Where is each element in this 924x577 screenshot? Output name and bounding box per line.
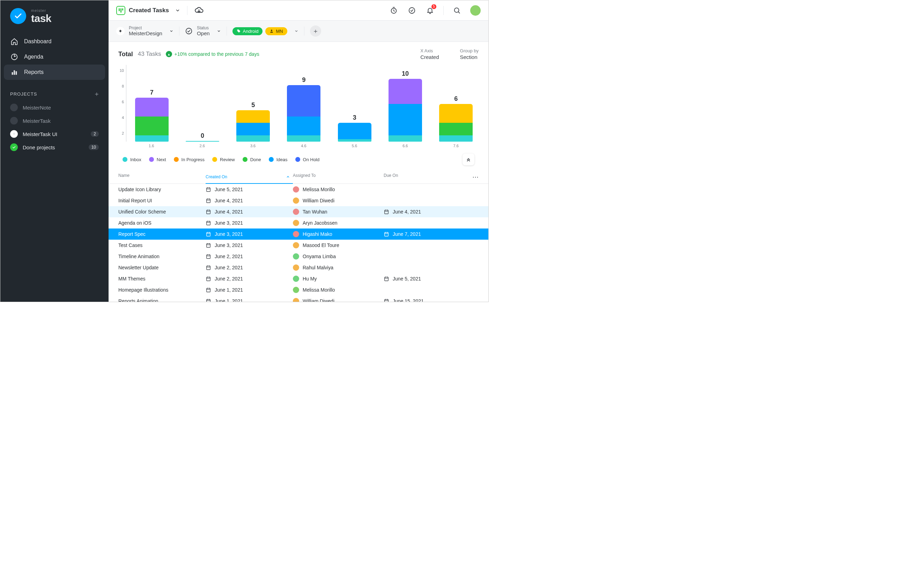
svg-rect-2 xyxy=(14,71,15,75)
sort-asc-icon xyxy=(286,175,290,179)
chart-bar[interactable]: 3 xyxy=(337,114,372,142)
logo-text: meister task xyxy=(31,9,51,24)
svg-point-7 xyxy=(186,28,192,34)
cloud-sync-button[interactable] xyxy=(194,6,204,15)
app-logo[interactable]: meister task xyxy=(0,6,108,32)
col-assigned-to[interactable]: Assigned To xyxy=(293,173,384,181)
project-meisternote[interactable]: MeisterNote xyxy=(5,101,104,114)
calendar-icon xyxy=(205,242,211,248)
timer-button[interactable] xyxy=(389,6,399,15)
page-title-dropdown[interactable]: Created Tasks xyxy=(116,6,180,15)
project-badge: 2 xyxy=(91,131,99,137)
col-created-on[interactable]: Created On xyxy=(205,173,293,184)
avatar-icon xyxy=(293,231,299,237)
table-more-button[interactable]: ⋯ xyxy=(465,173,478,181)
cell-assignee: William Diwedi xyxy=(293,197,384,204)
calendar-icon xyxy=(205,265,211,270)
cell-assignee: Rahul Malviya xyxy=(293,264,384,271)
table-row[interactable]: Update Icon LibraryJune 5, 2021Melissa M… xyxy=(108,184,488,195)
table-row[interactable]: Agenda on iOSJune 3, 2021Aryn Jacobssen xyxy=(108,218,488,229)
svg-point-8 xyxy=(237,30,238,31)
table-row[interactable]: Reports AnimationJune 1, 2021William Diw… xyxy=(108,295,488,302)
status-filter[interactable]: Status Open xyxy=(185,26,221,36)
cell-name: Reports Animation xyxy=(118,298,205,302)
svg-rect-19 xyxy=(207,266,210,270)
filter-chip-mn[interactable]: MN xyxy=(265,27,287,35)
chart-bar[interactable]: 9 xyxy=(286,76,321,142)
calendar-icon xyxy=(384,231,389,237)
cell-due: June 15, 2021 xyxy=(384,298,465,302)
legend-dot-icon xyxy=(269,157,274,162)
avatar-icon xyxy=(293,253,299,259)
table-header: Name Created On Assigned To Due On ⋯ xyxy=(108,170,488,184)
table-row[interactable]: Test CasesJune 3, 2021Masood El Toure xyxy=(108,240,488,251)
legend-in-progress[interactable]: In Progress xyxy=(174,157,205,162)
chart-bar[interactable]: 5 xyxy=(236,102,271,142)
avatar-icon xyxy=(293,220,299,226)
cell-created: June 1, 2021 xyxy=(205,298,293,302)
cell-assignee: Melissa Morillo xyxy=(293,287,384,293)
svg-rect-1 xyxy=(12,72,13,75)
calendar-icon xyxy=(205,298,211,302)
svg-rect-15 xyxy=(207,232,210,236)
page-title: Created Tasks xyxy=(129,7,169,14)
total-label: Total xyxy=(118,51,133,58)
chart-bar[interactable]: 6 xyxy=(438,95,473,142)
nav-reports[interactable]: Reports xyxy=(4,64,105,80)
legend-dot-icon xyxy=(174,157,179,162)
home-icon xyxy=(10,37,18,46)
cell-created: June 2, 2021 xyxy=(205,254,293,259)
legend-on-hold[interactable]: On Hold xyxy=(295,157,320,162)
chart-bar[interactable]: 7 xyxy=(134,89,169,142)
cell-assignee: Melissa Morillo xyxy=(293,186,384,193)
legend-dot-icon xyxy=(295,157,300,162)
svg-rect-17 xyxy=(207,243,210,247)
collapse-chart-button[interactable] xyxy=(462,153,474,165)
table-row[interactable]: Homepage IllustrationsJune 1, 2021Meliss… xyxy=(108,284,488,295)
cell-created: June 3, 2021 xyxy=(205,242,293,248)
calendar-icon xyxy=(205,254,211,259)
add-project-button[interactable]: ＋ xyxy=(94,90,100,98)
chart-bar[interactable]: 10 xyxy=(388,70,423,142)
avatar-icon xyxy=(293,209,299,215)
project-meistertask[interactable]: MeisterTask xyxy=(5,114,104,127)
table-row[interactable]: Initial Report UIJune 4, 2021William Diw… xyxy=(108,195,488,206)
col-name[interactable]: Name xyxy=(118,173,205,181)
add-filter-button[interactable]: ＋ xyxy=(310,26,321,37)
table-row[interactable]: MM ThemesJune 2, 2021Hu MyJune 5, 2021 xyxy=(108,273,488,284)
legend-inbox[interactable]: Inbox xyxy=(123,157,141,162)
project-done-projects[interactable]: Done projects10 xyxy=(5,140,104,154)
notifications-button[interactable]: 5 xyxy=(425,6,435,15)
project-meistertask-ui[interactable]: ✦MeisterTask UI2 xyxy=(5,127,104,140)
cell-name: Homepage Illustrations xyxy=(118,287,205,293)
svg-rect-3 xyxy=(16,71,17,75)
tag-icon xyxy=(237,29,241,33)
legend-review[interactable]: Review xyxy=(212,157,235,162)
table-row[interactable]: Unified Color SchemeJune 4, 2021Tan Wuha… xyxy=(108,206,488,218)
user-avatar[interactable] xyxy=(470,5,481,16)
reports-icon xyxy=(116,6,125,15)
search-button[interactable] xyxy=(452,6,462,15)
check-circle-button[interactable] xyxy=(407,6,417,15)
svg-rect-16 xyxy=(384,232,389,236)
col-due-on[interactable]: Due On xyxy=(384,173,465,181)
legend-done[interactable]: Done xyxy=(242,157,261,162)
topbar: Created Tasks 5 xyxy=(108,0,488,21)
group-by-selector[interactable]: Group by Section xyxy=(460,48,478,60)
filter-chip-android[interactable]: Android xyxy=(233,27,263,35)
nav-dashboard[interactable]: Dashboard xyxy=(4,34,105,49)
legend-ideas[interactable]: Ideas xyxy=(269,157,288,162)
table-row[interactable]: Report SpecJune 3, 2021Higashi MakoJune … xyxy=(108,229,488,240)
chart-bar[interactable]: 0 xyxy=(185,132,220,142)
x-axis-selector[interactable]: X Axis Created xyxy=(420,48,439,60)
calendar-icon xyxy=(384,276,389,282)
legend-next[interactable]: Next xyxy=(149,157,166,162)
chart: 108642 70593106 1.62.63.64.65.66.67.6 xyxy=(108,62,488,148)
table-row[interactable]: Newsletter UpdateJune 2, 2021Rahul Malvi… xyxy=(108,262,488,273)
chevron-down-icon[interactable] xyxy=(294,29,299,33)
project-filter[interactable]: ✦ Project MeisterDesign xyxy=(116,26,173,36)
star-icon: ✦ xyxy=(116,27,124,35)
delta-indicator: ▴ +10% compared to the previous 7 days xyxy=(166,51,259,57)
table-row[interactable]: Timeline AnimationJune 2, 2021Onyama Lim… xyxy=(108,251,488,262)
nav-agenda[interactable]: Agenda xyxy=(4,49,105,64)
